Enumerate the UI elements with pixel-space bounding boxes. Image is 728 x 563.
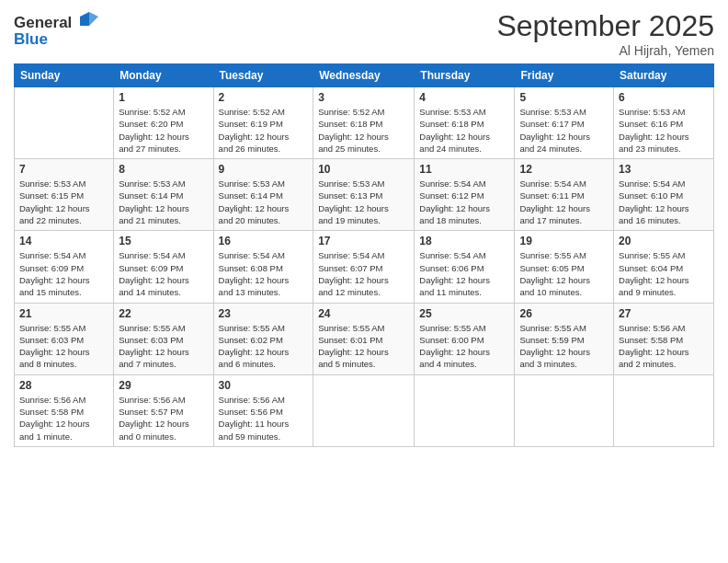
calendar-cell <box>614 374 714 446</box>
logo-icon: General Blue <box>14 9 101 51</box>
week-row-2: 7Sunrise: 5:53 AM Sunset: 6:15 PM Daylig… <box>15 159 714 231</box>
day-number: 27 <box>619 307 709 320</box>
header-row: SundayMondayTuesdayWednesdayThursdayFrid… <box>15 64 714 87</box>
day-info: Sunrise: 5:55 AM Sunset: 6:02 PM Dayligh… <box>219 322 309 371</box>
calendar-cell: 1Sunrise: 5:52 AM Sunset: 6:20 PM Daylig… <box>114 87 213 159</box>
calendar-cell <box>313 374 415 446</box>
day-info: Sunrise: 5:55 AM Sunset: 6:03 PM Dayligh… <box>119 322 208 371</box>
svg-marker-2 <box>80 12 89 26</box>
day-info: Sunrise: 5:52 AM Sunset: 6:18 PM Dayligh… <box>318 106 409 155</box>
calendar-cell: 8Sunrise: 5:53 AM Sunset: 6:14 PM Daylig… <box>114 159 213 231</box>
day-number: 25 <box>419 307 509 320</box>
day-info: Sunrise: 5:54 AM Sunset: 6:10 PM Dayligh… <box>619 178 709 226</box>
day-info: Sunrise: 5:55 AM Sunset: 5:59 PM Dayligh… <box>519 322 609 371</box>
svg-text:General: General <box>14 14 72 31</box>
week-row-1: 1Sunrise: 5:52 AM Sunset: 6:20 PM Daylig… <box>15 87 714 159</box>
day-number: 20 <box>619 235 709 247</box>
day-number: 11 <box>419 163 509 176</box>
day-info: Sunrise: 5:55 AM Sunset: 6:03 PM Dayligh… <box>19 322 108 371</box>
calendar-cell: 10Sunrise: 5:53 AM Sunset: 6:13 PM Dayli… <box>313 159 415 231</box>
day-number: 4 <box>419 91 509 104</box>
day-info: Sunrise: 5:54 AM Sunset: 6:06 PM Dayligh… <box>419 249 509 298</box>
calendar-cell: 21Sunrise: 5:55 AM Sunset: 6:03 PM Dayli… <box>15 303 114 374</box>
calendar-cell: 13Sunrise: 5:54 AM Sunset: 6:10 PM Dayli… <box>614 159 714 231</box>
col-header-thursday: Thursday <box>415 64 515 87</box>
day-number: 18 <box>419 235 509 247</box>
week-row-3: 14Sunrise: 5:54 AM Sunset: 6:09 PM Dayli… <box>15 231 714 303</box>
day-number: 22 <box>119 307 208 320</box>
calendar-cell: 28Sunrise: 5:56 AM Sunset: 5:58 PM Dayli… <box>15 374 114 446</box>
day-number: 10 <box>318 163 409 176</box>
calendar-cell: 9Sunrise: 5:53 AM Sunset: 6:14 PM Daylig… <box>213 159 313 231</box>
col-header-friday: Friday <box>515 64 614 87</box>
calendar-cell: 12Sunrise: 5:54 AM Sunset: 6:11 PM Dayli… <box>515 159 614 231</box>
day-info: Sunrise: 5:55 AM Sunset: 6:04 PM Dayligh… <box>619 249 709 298</box>
calendar-cell <box>415 374 515 446</box>
col-header-sunday: Sunday <box>15 64 114 87</box>
logo: General Blue <box>14 9 101 54</box>
calendar-cell: 7Sunrise: 5:53 AM Sunset: 6:15 PM Daylig… <box>15 159 114 231</box>
day-number: 28 <box>19 379 108 392</box>
day-info: Sunrise: 5:53 AM Sunset: 6:17 PM Dayligh… <box>519 106 609 155</box>
day-number: 29 <box>119 379 208 392</box>
calendar-cell: 16Sunrise: 5:54 AM Sunset: 6:08 PM Dayli… <box>213 231 313 303</box>
day-number: 30 <box>219 379 309 392</box>
calendar-cell: 23Sunrise: 5:55 AM Sunset: 6:02 PM Dayli… <box>213 303 313 374</box>
day-info: Sunrise: 5:53 AM Sunset: 6:15 PM Dayligh… <box>19 178 108 226</box>
day-info: Sunrise: 5:53 AM Sunset: 6:14 PM Dayligh… <box>219 178 309 226</box>
col-header-saturday: Saturday <box>614 64 714 87</box>
calendar-cell: 11Sunrise: 5:54 AM Sunset: 6:12 PM Dayli… <box>415 159 515 231</box>
day-number: 6 <box>619 91 709 104</box>
calendar-cell: 2Sunrise: 5:52 AM Sunset: 6:19 PM Daylig… <box>213 87 313 159</box>
calendar-cell: 4Sunrise: 5:53 AM Sunset: 6:18 PM Daylig… <box>415 87 515 159</box>
col-header-monday: Monday <box>114 64 213 87</box>
header: General Blue September 2025 Al Hijrah, Y… <box>14 9 714 58</box>
calendar-cell: 6Sunrise: 5:53 AM Sunset: 6:16 PM Daylig… <box>614 87 714 159</box>
title-month: September 2025 <box>496 9 714 43</box>
day-info: Sunrise: 5:56 AM Sunset: 5:58 PM Dayligh… <box>19 394 108 442</box>
calendar-table: SundayMondayTuesdayWednesdayThursdayFrid… <box>14 63 714 447</box>
col-header-wednesday: Wednesday <box>313 64 415 87</box>
svg-text:Blue: Blue <box>14 30 48 48</box>
day-number: 16 <box>219 235 309 247</box>
calendar-cell: 29Sunrise: 5:56 AM Sunset: 5:57 PM Dayli… <box>114 374 213 446</box>
day-info: Sunrise: 5:54 AM Sunset: 6:08 PM Dayligh… <box>219 249 309 298</box>
day-info: Sunrise: 5:53 AM Sunset: 6:14 PM Dayligh… <box>119 178 208 226</box>
day-number: 8 <box>119 163 208 176</box>
calendar-cell: 30Sunrise: 5:56 AM Sunset: 5:56 PM Dayli… <box>213 374 313 446</box>
day-info: Sunrise: 5:52 AM Sunset: 6:20 PM Dayligh… <box>119 106 208 155</box>
day-number: 24 <box>318 307 409 320</box>
calendar-cell: 22Sunrise: 5:55 AM Sunset: 6:03 PM Dayli… <box>114 303 213 374</box>
week-row-4: 21Sunrise: 5:55 AM Sunset: 6:03 PM Dayli… <box>15 303 714 374</box>
calendar-cell: 18Sunrise: 5:54 AM Sunset: 6:06 PM Dayli… <box>415 231 515 303</box>
day-number: 14 <box>19 235 108 247</box>
calendar-cell: 24Sunrise: 5:55 AM Sunset: 6:01 PM Dayli… <box>313 303 415 374</box>
day-info: Sunrise: 5:54 AM Sunset: 6:12 PM Dayligh… <box>419 178 509 226</box>
day-number: 9 <box>219 163 309 176</box>
day-number: 21 <box>19 307 108 320</box>
day-info: Sunrise: 5:55 AM Sunset: 6:05 PM Dayligh… <box>519 249 609 298</box>
day-info: Sunrise: 5:55 AM Sunset: 6:00 PM Dayligh… <box>419 322 509 371</box>
calendar-cell: 17Sunrise: 5:54 AM Sunset: 6:07 PM Dayli… <box>313 231 415 303</box>
day-info: Sunrise: 5:53 AM Sunset: 6:13 PM Dayligh… <box>318 178 409 226</box>
day-info: Sunrise: 5:54 AM Sunset: 6:07 PM Dayligh… <box>318 249 409 298</box>
day-number: 15 <box>119 235 208 247</box>
page: General Blue September 2025 Al Hijrah, Y… <box>0 0 728 563</box>
day-number: 2 <box>219 91 309 104</box>
calendar-cell: 19Sunrise: 5:55 AM Sunset: 6:05 PM Dayli… <box>515 231 614 303</box>
day-number: 1 <box>119 91 208 104</box>
day-number: 19 <box>519 235 609 247</box>
day-number: 26 <box>519 307 609 320</box>
day-number: 3 <box>318 91 409 104</box>
day-number: 12 <box>519 163 609 176</box>
calendar-cell: 26Sunrise: 5:55 AM Sunset: 5:59 PM Dayli… <box>515 303 614 374</box>
calendar-cell: 15Sunrise: 5:54 AM Sunset: 6:09 PM Dayli… <box>114 231 213 303</box>
day-info: Sunrise: 5:52 AM Sunset: 6:19 PM Dayligh… <box>219 106 309 155</box>
day-info: Sunrise: 5:56 AM Sunset: 5:56 PM Dayligh… <box>219 394 309 442</box>
day-number: 13 <box>619 163 709 176</box>
day-info: Sunrise: 5:53 AM Sunset: 6:18 PM Dayligh… <box>419 106 509 155</box>
week-row-5: 28Sunrise: 5:56 AM Sunset: 5:58 PM Dayli… <box>15 374 714 446</box>
title-block: September 2025 Al Hijrah, Yemen <box>496 9 714 58</box>
calendar-cell: 27Sunrise: 5:56 AM Sunset: 5:58 PM Dayli… <box>614 303 714 374</box>
calendar-cell: 3Sunrise: 5:52 AM Sunset: 6:18 PM Daylig… <box>313 87 415 159</box>
